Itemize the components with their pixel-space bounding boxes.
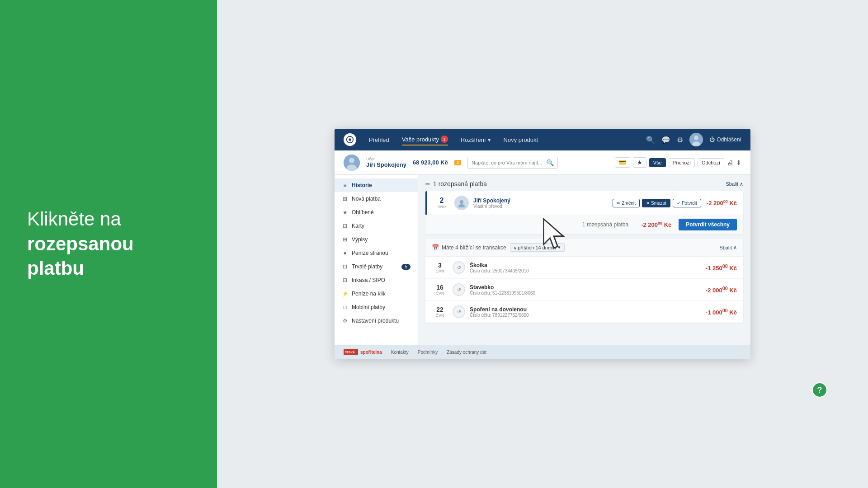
chat-icon[interactable]: 💬 [661, 136, 670, 144]
summary-amount: -2 20000 Kč [641, 221, 671, 228]
draft-payment-info: Jiří Spokojený Vlastní převod [473, 197, 613, 209]
user-bar: Účet Jiří Spokojený 68 923,00 Kč 2 🔍 💳 ★… [335, 150, 750, 175]
app-window: Přehled Vaše produkty 1 Rozšíření ▾ Nový… [335, 129, 750, 359]
payment-icon-btn[interactable]: 💳 [615, 157, 630, 168]
inkasa-icon: ⊡ [342, 277, 348, 283]
footer-link-podminky[interactable]: Podmínky [418, 350, 438, 355]
svg-point-1 [349, 138, 351, 141]
balance-badge: 2 [454, 160, 461, 165]
nastaveni-icon: ⚙ [342, 318, 348, 324]
user-info: Účet Jiří Spokojený [366, 157, 406, 168]
upcoming-item-0[interactable]: 3 ČVN ↺ Školka Číslo účtu: 2500734405/20… [425, 257, 743, 279]
main-content: ≡ Historie ⊞ Nová platba ★ Oblíbené ⊡ Ka… [335, 175, 750, 345]
zmenit-btn[interactable]: ✏ Změnit [613, 199, 640, 207]
upcoming-info-0: Školka Číslo účtu: 2500734405/2010 [470, 262, 529, 273]
print-icon[interactable]: 🖨 [727, 159, 733, 166]
help-button[interactable]: ? [812, 382, 827, 398]
upcoming-icon-0: ↺ [453, 261, 465, 274]
upcoming-item-1[interactable]: 16 ČVN ↺ Stavebko Číslo účtu: 51-1238199… [425, 279, 743, 301]
nav-item-rozsireni[interactable]: Rozšíření ▾ [461, 135, 491, 145]
upcoming-info-1: Stavebko Číslo účtu: 51-1238199501/8060 [470, 284, 535, 296]
right-panel: Přehled Vaše produkty 1 Rozšíření ▾ Nový… [217, 0, 868, 488]
sidebar-item-vypisy[interactable]: ⊞ Výpisy [335, 233, 418, 246]
draft-summary-row: 1 rozepsaná platba -2 20000 Kč Potvrdit … [425, 215, 743, 234]
upcoming-date-2: 22 ČVN [432, 306, 448, 318]
penize-stranou-icon: ● [342, 250, 348, 256]
search-icon[interactable]: 🔍 [646, 136, 655, 144]
sidebar-item-trvale-platby[interactable]: ⊡ Trvalé platby 5 [335, 260, 418, 273]
svg-text:ČESKÁ: ČESKÁ [345, 350, 355, 354]
confirm-all-btn[interactable]: Potvrdit všechny [679, 219, 737, 230]
svg-point-9 [460, 200, 463, 204]
draft-collapse-btn[interactable]: Sbalit ∧ [726, 181, 743, 187]
search-input[interactable] [472, 160, 543, 165]
trvale-platby-icon: ⊡ [342, 263, 348, 270]
sidebar-item-karty[interactable]: ⊡ Karty [335, 219, 418, 233]
calendar-icon: 📅 [432, 244, 439, 251]
sidebar-item-penize-stranou[interactable]: ● Peníze stranou [335, 246, 418, 260]
upcoming-date-1: 16 ČVN [432, 284, 448, 296]
trvale-platby-badge: 5 [401, 264, 410, 270]
footer-link-kontakty[interactable]: Kontakty [391, 350, 409, 355]
histoire-icon: ≡ [342, 182, 348, 188]
left-text: Klikněte na rozepsanou platbu [27, 207, 134, 281]
summary-text: 1 rozepsaná platba [582, 221, 628, 228]
upcoming-item-2[interactable]: 22 ČVN ↺ Spoření na dovolenou Číslo účtu… [425, 301, 743, 323]
left-text-line2: rozepsanou platbu [27, 233, 134, 279]
upcoming-date-0: 3 ČVN [432, 262, 448, 273]
vypisy-icon: ⊞ [342, 236, 348, 243]
upcoming-icon-2: ↺ [453, 305, 465, 318]
search-submit-icon[interactable]: 🔍 [546, 159, 554, 166]
potvrdit-btn[interactable]: ✓ Potvrdit [673, 199, 701, 207]
draft-payment-row[interactable]: 2 SRP Jiří Spokojený Vlas [425, 191, 743, 215]
sidebar-item-oblibene[interactable]: ★ Oblíbené [335, 206, 418, 219]
filter-incoming-btn[interactable]: Příchozí [669, 158, 695, 167]
sidebar-item-mobilni-platby[interactable]: □ Mobilní platby [335, 300, 418, 314]
mobilni-platby-icon: □ [342, 304, 348, 310]
nav-item-novy-produkt[interactable]: Nový produkt [504, 135, 538, 145]
nav-logo [344, 133, 356, 146]
karty-icon: ⊡ [342, 223, 348, 229]
upcoming-title: 📅 Máte 4 blížící se transakce [432, 244, 506, 251]
sidebar-item-penize-na-klik[interactable]: ⚡ Peníze na klik [335, 287, 418, 300]
user-avatar [344, 155, 360, 171]
footer-logo: ČESKÁ spořitelna [344, 348, 382, 356]
user-balance: 68 923,00 Kč [413, 159, 448, 166]
upcoming-header: 📅 Máte 4 blížící se transakce v příštích… [425, 239, 743, 257]
upcoming-amount-2: -1 00000 Kč [706, 308, 737, 316]
sidebar-item-nastaveni[interactable]: ⚙ Nastavení produktu [335, 314, 418, 328]
draft-action-btns: ✏ Změnit ✕ Smazat ✓ Potvrdit [613, 199, 701, 207]
penize-na-klik-icon: ⚡ [342, 291, 348, 297]
days-dropdown[interactable]: v příštích 14 dnech ▾ [510, 243, 565, 252]
settings-icon[interactable]: ⚙ [677, 136, 683, 144]
upcoming-info-2: Spoření na dovolenou Číslo účtu: 7891227… [470, 306, 529, 318]
download-icon[interactable]: ⬇ [736, 159, 741, 166]
smazat-btn[interactable]: ✕ Smazat [642, 199, 670, 207]
pencil-icon: ✏ [425, 181, 430, 188]
sidebar-item-inkasa[interactable]: ⊡ Inkasa / SIPO [335, 273, 418, 287]
logout-button[interactable]: ⏻ Odhlášení [709, 136, 741, 143]
filter-outgoing-btn[interactable]: Odchozí [698, 158, 724, 167]
user-label: Účet [366, 157, 406, 161]
sidebar-item-nova-platba[interactable]: ⊞ Nová platba [335, 192, 418, 206]
nav-avatar[interactable] [689, 133, 703, 146]
nova-platba-icon: ⊞ [342, 196, 348, 202]
svg-point-3 [694, 136, 698, 140]
draft-date: 2 SRP [434, 197, 450, 209]
upcoming-collapse-btn[interactable]: Sbalit ∧ [719, 244, 737, 250]
filter-all-btn[interactable]: Vše [649, 158, 666, 167]
favorites-icon-btn[interactable]: ★ [633, 157, 646, 168]
oblibene-icon: ★ [342, 209, 348, 216]
footer-link-zasady[interactable]: Zásady ochrany dat [447, 350, 486, 355]
nav-item-vase-produkty[interactable]: Vaše produkty 1 [402, 134, 448, 145]
confirm-icon: ✓ [677, 201, 680, 206]
draft-avatar [454, 196, 469, 210]
nav-right: 🔍 💬 ⚙ ⏻ Odhlášení [646, 133, 741, 146]
sidebar-item-historie[interactable]: ≡ Historie [335, 178, 418, 192]
left-panel: Klikněte na rozepsanou platbu [0, 0, 217, 488]
nav-item-prehled[interactable]: Přehled [369, 135, 389, 145]
draft-section-title: ✏ 1 rozepsaná platba [425, 180, 487, 188]
left-text-line1: Klikněte na [27, 208, 121, 230]
content-area: ✏ 1 rozepsaná platba Sbalit ∧ 2 SRP [418, 175, 750, 345]
sidebar: ≡ Historie ⊞ Nová platba ★ Oblíbené ⊡ Ka… [335, 175, 418, 345]
